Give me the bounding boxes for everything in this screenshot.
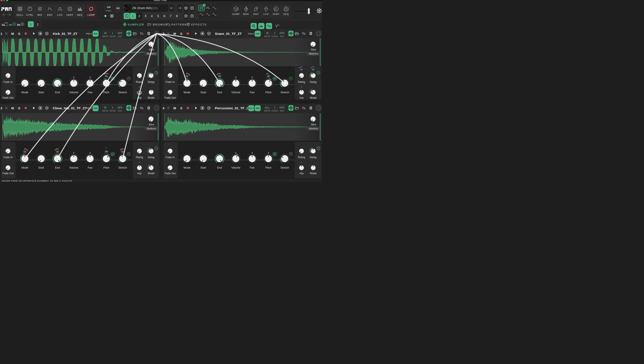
svg-text:Volume: Volume	[231, 91, 240, 94]
svg-text:MIDI: MIDI	[243, 13, 249, 15]
svg-text:V3: V3	[105, 150, 108, 153]
svg-text:Stretch: Stretch	[118, 166, 127, 169]
svg-text:End: End	[217, 91, 222, 94]
svg-text:2: 2	[138, 14, 140, 18]
svg-text:ISO: ISO	[256, 32, 260, 35]
svg-text:PATTERN: PATTERN	[172, 23, 187, 26]
svg-text:Stretch: Stretch	[118, 91, 127, 94]
svg-text:PAM/0 - PAM: PAM/0 - PAM	[154, 0, 167, 2]
svg-text:NOTE: NOTE	[102, 35, 108, 38]
svg-text:ENV: ENV	[254, 13, 259, 15]
svg-text:Volume: Volume	[69, 166, 78, 169]
svg-text:ENV: ENV	[47, 14, 52, 16]
svg-text:Start: Start	[200, 166, 206, 169]
svg-text:3/4: 3/4	[116, 7, 120, 10]
svg-text:Mode: Mode	[22, 166, 28, 169]
svg-text:M: M	[173, 106, 176, 110]
svg-text:C1: C1	[218, 75, 221, 77]
svg-text:End: End	[55, 166, 60, 169]
svg-text:M: M	[11, 32, 14, 36]
svg-text:MIX: MIX	[38, 14, 42, 16]
svg-text:Slice: Slice	[311, 123, 316, 126]
svg-text:CHAN: CHAN	[110, 35, 116, 38]
svg-text:Pan: Pan	[88, 166, 92, 169]
svg-text:End: End	[217, 166, 222, 169]
svg-text:48: 48	[104, 32, 107, 34]
svg-text:Markers: Markers	[147, 127, 156, 130]
svg-text:Mode: Mode	[184, 91, 190, 94]
svg-text:1: 1	[30, 23, 32, 26]
svg-text:C1: C1	[105, 75, 108, 77]
svg-text:Pan: Pan	[250, 91, 254, 94]
svg-text:Retrig: Retrig	[298, 80, 305, 84]
svg-text:HOVER OVER AN INTERFACE ELEMEN: HOVER OVER AN INTERFACE ELEMENT TO SEE A…	[2, 180, 72, 182]
svg-text:CUT: CUT	[280, 35, 284, 38]
svg-text:Arp: Arp	[138, 172, 142, 175]
svg-text:Retrig: Retrig	[136, 156, 143, 159]
svg-text:BROWSE: BROWSE	[153, 23, 168, 26]
svg-text:Delay: Delay	[148, 80, 155, 84]
svg-text:S: S	[180, 32, 182, 36]
svg-text:Fade Out: Fade Out	[164, 172, 176, 175]
svg-text:LFO: LFO	[263, 13, 269, 15]
svg-text:2: 2	[37, 23, 39, 26]
svg-text:49: 49	[266, 32, 269, 34]
svg-text:ZK Drum Kit1: ZK Drum Kit1	[132, 6, 152, 10]
svg-text:ISO: ISO	[94, 32, 98, 35]
svg-text:2: 2	[204, 4, 205, 6]
svg-text:OFF: OFF	[118, 32, 123, 34]
svg-text:Volume: Volume	[231, 166, 240, 169]
svg-text:6: 6	[164, 14, 165, 18]
svg-text:Fade In: Fade In	[4, 156, 12, 159]
svg-text:LFO: LFO	[57, 14, 62, 16]
svg-text:1: 1	[132, 14, 134, 18]
svg-text:8: 8	[176, 14, 178, 18]
svg-text:NOTE: NOTE	[264, 35, 270, 38]
svg-text:1: 1	[112, 106, 113, 109]
svg-text:EFFECTS: EFFECTS	[191, 23, 207, 26]
svg-text:Start: Start	[38, 91, 44, 94]
svg-text:End: End	[55, 91, 60, 94]
svg-text:Retrig: Retrig	[298, 156, 305, 159]
svg-text:1: 1	[274, 106, 275, 109]
svg-text:SEQ: SEQ	[77, 14, 83, 16]
svg-text:Arp: Arp	[300, 172, 304, 175]
svg-text:C1: C1	[186, 75, 188, 77]
svg-text:Markers: Markers	[309, 52, 318, 55]
svg-text:Percussion_01_TF_ZT: Percussion_01_TF_ZT	[215, 106, 250, 110]
svg-text:NOTE: NOTE	[264, 110, 270, 112]
svg-text:Fade Out: Fade Out	[164, 96, 176, 99]
svg-text:120: 120	[107, 6, 110, 8]
svg-text:SAMPLER: SAMPLER	[128, 23, 144, 26]
svg-text:Arp: Arp	[300, 96, 304, 99]
svg-text:1x: 1x	[1, 23, 5, 26]
svg-text:50: 50	[104, 106, 107, 109]
svg-text:M: M	[173, 32, 176, 36]
svg-text:C1: C1	[122, 150, 124, 153]
svg-text:OFF: OFF	[280, 106, 285, 109]
svg-text:3: 3	[0, 106, 2, 110]
svg-text:1: 1	[0, 32, 2, 36]
svg-text:V2: V2	[267, 75, 270, 77]
svg-text:Fade Out: Fade Out	[2, 96, 14, 99]
svg-text:Markers: Markers	[309, 127, 318, 130]
svg-text:CTRL: CTRL	[26, 14, 34, 16]
svg-text:S: S	[18, 106, 20, 110]
svg-text:C1: C1	[24, 150, 26, 153]
svg-text:1: 1	[112, 32, 113, 34]
svg-text:Mode: Mode	[310, 172, 316, 175]
svg-text:4x: 4x	[9, 23, 12, 26]
svg-text:POLY: POLY	[248, 107, 254, 109]
svg-text:Pitch: Pitch	[104, 91, 110, 94]
svg-text:Stretch: Stretch	[280, 166, 289, 169]
svg-text:CHAN: CHAN	[272, 35, 278, 38]
svg-text:Fade In: Fade In	[4, 80, 12, 84]
svg-text:Pitch: Pitch	[266, 91, 272, 94]
svg-text:Pan: Pan	[250, 166, 254, 169]
svg-text:SEQ: SEQ	[283, 13, 289, 15]
svg-text:POLY: POLY	[86, 32, 92, 35]
svg-text:5: 5	[157, 14, 159, 18]
svg-text:L1: L1	[312, 68, 314, 70]
svg-text:Start: Start	[38, 166, 44, 169]
svg-text:L1: L1	[300, 68, 302, 70]
